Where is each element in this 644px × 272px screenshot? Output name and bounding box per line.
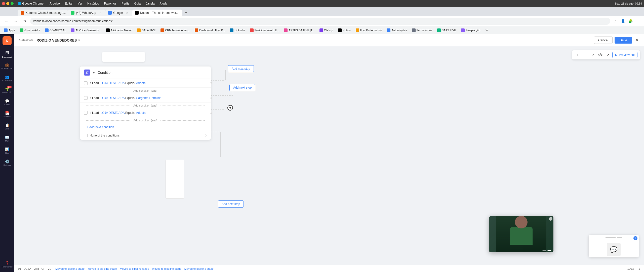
- preview-bot-button[interactable]: ▶ Preview bot: [612, 52, 637, 58]
- none-checkbox[interactable]: [84, 134, 88, 137]
- mac-datetime: Sex. 23 de ago. 09:54: [615, 2, 642, 5]
- chat-settings-button[interactable]: ⚙: [633, 236, 637, 240]
- none-row: None of the conditions: [80, 131, 211, 140]
- bookmark-comercial[interactable]: COMERCIAL: [43, 28, 68, 33]
- mac-menu-guia[interactable]: Guia: [134, 2, 141, 5]
- add-next-step-2-label: Add next step: [233, 86, 252, 89]
- sidebar-item-clientes[interactable]: 👥 CLIENTES: [2, 73, 13, 84]
- condition-dash-1: [86, 91, 130, 91]
- sidebar-item-settings[interactable]: ⚙️ Settings: [2, 157, 13, 168]
- bookmark-sala-five[interactable]: SALA FIVE: [135, 28, 157, 33]
- mac-menu-arquivo[interactable]: Arquivo: [50, 2, 60, 5]
- condition-dash-2b: [160, 106, 205, 106]
- sidebar-item-calendar[interactable]: 📅 Calendar: [2, 109, 13, 120]
- address-bar[interactable]: vendasaldocolchoes.kommo.com/settings/co…: [30, 18, 610, 25]
- close-button[interactable]: ✕: [635, 38, 639, 43]
- back-button[interactable]: ←: [3, 18, 10, 25]
- mac-menu-janela[interactable]: Janela: [146, 2, 154, 5]
- bookmark-star[interactable]: ☆: [612, 18, 618, 24]
- bot-dropdown-arrow[interactable]: ▾: [78, 39, 80, 42]
- extensions[interactable]: 🧩: [627, 18, 633, 24]
- zoom-in-tool[interactable]: +: [575, 52, 581, 58]
- forward-button[interactable]: →: [12, 18, 19, 25]
- condition-link-2[interactable]: LOJA DESEJADA: [100, 96, 124, 100]
- condition-value-3[interactable]: Adeota: [136, 111, 146, 115]
- bookmark-atividades[interactable]: Atividades Notion: [104, 28, 134, 33]
- line-drag-circle[interactable]: [227, 105, 233, 111]
- sidebar-item-help[interactable]: ❓ Help Center: [2, 259, 13, 270]
- condition-checkbox-3[interactable]: [84, 111, 88, 115]
- new-tab-button[interactable]: +: [182, 9, 189, 16]
- mac-dot-red[interactable]: [2, 2, 5, 5]
- condition-checkbox-1[interactable]: [84, 81, 88, 85]
- mac-menu-historico[interactable]: Histórico: [87, 2, 99, 5]
- bookmark-linkedin[interactable]: LinkedIn: [228, 28, 247, 33]
- mac-menu-perfis[interactable]: Perfis: [122, 2, 129, 5]
- bookmark-dashboard[interactable]: Dashboard | Five P...: [193, 28, 227, 33]
- add-condition-label-1[interactable]: Add condition (and): [133, 89, 157, 92]
- bookmark-crm[interactable]: CRM baseado em...: [158, 28, 192, 33]
- bookmark-ai-voice[interactable]: AI Voice Generator...: [69, 28, 103, 33]
- bookmark-notion[interactable]: Notion: [336, 28, 353, 33]
- status-tag-3[interactable]: Moved to pipeline stage: [120, 267, 149, 270]
- more-menu[interactable]: ⋮: [635, 18, 641, 24]
- tab-google[interactable]: Google ✕: [105, 10, 132, 16]
- mac-menu-favoritos[interactable]: Favoritos: [104, 2, 116, 5]
- mac-dot-yellow[interactable]: [6, 2, 9, 5]
- bookmark-more[interactable]: >>: [483, 28, 491, 32]
- cancel-button[interactable]: Cancel: [594, 37, 613, 44]
- tab-kommo[interactable]: Kommo: Chats & messenge... ✕: [18, 10, 68, 16]
- zoom-level: 100%: [627, 267, 634, 270]
- mac-menu-ajuda[interactable]: Ajuda: [160, 2, 168, 5]
- mac-menu-ver[interactable]: Ver: [78, 2, 82, 5]
- add-condition-label-3[interactable]: Add condition (and): [133, 119, 157, 122]
- sidebar-item-mail[interactable]: ✉️ Mail: [2, 133, 13, 144]
- bookmark-greenn[interactable]: Greenn Adm: [18, 28, 42, 33]
- sidebar-item-lists[interactable]: 📋 Lists: [2, 121, 13, 132]
- sidebar-item-chats[interactable]: 💬 Chats: [2, 97, 13, 108]
- none-connector-box: [166, 160, 184, 199]
- video-fullscreen-button[interactable]: [549, 217, 552, 221]
- bookmark-posicionamento[interactable]: Posicionamento E...: [248, 28, 281, 33]
- bookmark-five-performance[interactable]: Five Performance: [354, 28, 384, 33]
- status-tag-2[interactable]: Moved to pipeline stage: [88, 267, 117, 270]
- bookmark-artes[interactable]: ARTES DA FIVE |T...: [282, 28, 316, 33]
- status-tag-5[interactable]: Moved to pipeline stage: [184, 267, 214, 270]
- condition-checkbox-2[interactable]: [84, 96, 88, 100]
- zoom-out-tool[interactable]: −: [582, 52, 588, 58]
- mac-menu-editar[interactable]: Editar: [65, 2, 73, 5]
- condition-value-2[interactable]: Sargente Herminio: [136, 96, 161, 100]
- status-tag-4[interactable]: Moved to pipeline stage: [152, 267, 181, 270]
- mac-dot-green[interactable]: [11, 2, 14, 5]
- status-tag-1[interactable]: Moved to pipeline stage: [55, 267, 85, 270]
- tab-close-whatsapp[interactable]: ✕: [99, 11, 102, 15]
- add-condition-label-2[interactable]: Add condition (and): [133, 104, 157, 107]
- sidebar-item-dashboard[interactable]: ⊞ Dashboard: [2, 48, 13, 59]
- condition-link-1[interactable]: LOJA DESEJADA: [100, 81, 124, 85]
- save-button[interactable]: Save: [615, 37, 632, 44]
- add-next-step-1[interactable]: Add next step: [228, 65, 254, 72]
- bookmark-apps[interactable]: Apps: [2, 28, 17, 33]
- tab-close-google[interactable]: ✕: [126, 11, 129, 15]
- bookmark-clickup[interactable]: Clickup: [317, 28, 335, 33]
- code-tool[interactable]: </>: [597, 52, 603, 58]
- reload-button[interactable]: ↻: [21, 18, 28, 25]
- condition-link-3[interactable]: LOJA DESEJADA: [100, 111, 124, 115]
- bookmark-ferramentas[interactable]: Ferramentas: [410, 28, 434, 33]
- sidebar-item-comercial[interactable]: 💼 COMERCIAL: [2, 60, 13, 72]
- add-next-condition-button[interactable]: + + Add next condition: [80, 123, 211, 131]
- tab-whatsapp[interactable]: (43) WhatsApp ✕: [68, 10, 105, 16]
- bookmark-automacoes[interactable]: Automações: [385, 28, 409, 33]
- sidebar-item-nutricao[interactable]: 🌱 NUTRICÃO 29: [2, 85, 13, 96]
- chat-slider-2: [617, 237, 622, 238]
- bookmark-saas-five[interactable]: SAAS FIVE: [435, 28, 458, 33]
- fit-screen-tool[interactable]: ⤢: [590, 52, 596, 58]
- tab-notion[interactable]: Notion – The all-in-one wor... ✕: [132, 10, 182, 16]
- sidebar-item-stats[interactable]: 📊 Stats: [2, 145, 13, 156]
- condition-value-1[interactable]: Adeota: [136, 81, 146, 85]
- add-next-step-2[interactable]: Add next step: [229, 84, 255, 91]
- add-next-step-4[interactable]: Add next step: [218, 200, 244, 208]
- user-profile[interactable]: 👤: [620, 18, 626, 24]
- export-tool[interactable]: ↗: [605, 52, 611, 58]
- bookmark-prospeccao[interactable]: Prospecção: [459, 28, 482, 33]
